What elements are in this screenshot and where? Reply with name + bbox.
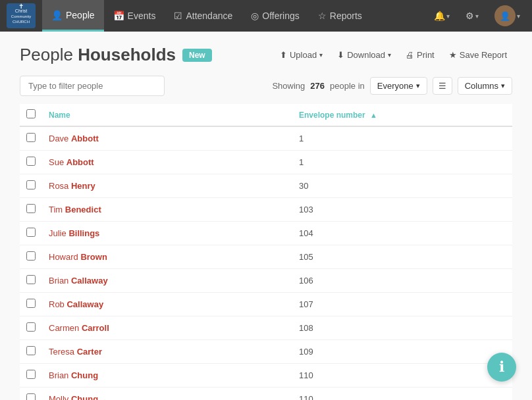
row-checkbox-cell[interactable]: [20, 269, 42, 293]
row-checkbox-cell[interactable]: [20, 222, 42, 245]
chevron-down-icon-2: ▾: [501, 82, 505, 90]
print-button[interactable]: 🖨 Print: [400, 47, 440, 63]
person-last-name: Brown: [80, 252, 107, 262]
nav-item-attendance[interactable]: ☑ Attendance: [165, 0, 242, 32]
info-icon: ℹ: [499, 359, 504, 376]
nav-items: 👤 People 📅 Events ☑ Attendance ◎ Offerin…: [42, 0, 429, 32]
envelope-number-cell: 103: [292, 198, 512, 222]
row-checkbox[interactable]: [26, 180, 36, 189]
nav-item-offerings[interactable]: ◎ Offerings: [242, 0, 309, 32]
person-icon: 👤: [51, 10, 63, 20]
envelope-number-cell: 106: [292, 269, 512, 293]
person-name-cell[interactable]: Rosa Henry: [42, 174, 292, 198]
star-icon: ☆: [318, 11, 327, 21]
row-checkbox-cell[interactable]: [20, 388, 42, 401]
chevron-down-icon: ▾: [416, 82, 420, 90]
row-checkbox-cell[interactable]: [20, 151, 42, 174]
table-row: Rob Callaway 107: [20, 293, 512, 316]
nav-right: 🔔 ▾ ⚙ ▾ 👤 ▾: [429, 3, 525, 29]
person-name-cell[interactable]: Teresa Carter: [42, 340, 292, 364]
person-name-cell[interactable]: Molly Chung: [42, 388, 292, 401]
row-checkbox-cell[interactable]: [20, 293, 42, 316]
select-all-header[interactable]: [20, 104, 42, 126]
row-checkbox-cell[interactable]: [20, 316, 42, 340]
person-name-cell[interactable]: Sue Abbott: [42, 151, 292, 174]
page-actions: ⬆ Upload ▾ ⬇ Download ▾ 🖨 Print ★ Save R…: [275, 47, 512, 63]
person-last-name: Abbott: [71, 134, 99, 143]
col-header-envelope[interactable]: Envelope number ▲: [292, 104, 512, 126]
list-view-button[interactable]: ☰: [433, 77, 452, 95]
row-checkbox-cell[interactable]: [20, 174, 42, 198]
row-checkbox[interactable]: [26, 370, 36, 379]
user-menu-button[interactable]: 👤 ▾: [489, 3, 525, 29]
row-checkbox[interactable]: [26, 228, 36, 237]
row-checkbox-cell[interactable]: [20, 340, 42, 364]
person-first-name: Tim: [49, 205, 63, 214]
person-last-name: Callaway: [66, 299, 103, 309]
person-first-name: Julie: [49, 228, 66, 238]
person-name-cell[interactable]: Brian Chung: [42, 364, 292, 388]
person-last-name: Henry: [71, 181, 95, 191]
person-first-name: Rosa: [49, 181, 68, 191]
envelope-number-cell: 107: [292, 293, 512, 316]
person-name-cell[interactable]: Julie Billings: [42, 222, 292, 245]
row-checkbox[interactable]: [26, 393, 36, 400]
new-badge[interactable]: New: [182, 49, 212, 62]
row-checkbox[interactable]: [26, 251, 36, 261]
person-last-name: Billings: [68, 228, 99, 238]
row-checkbox[interactable]: [26, 275, 36, 284]
download-button[interactable]: ⬇ Download ▾: [332, 47, 396, 63]
table-row: Rosa Henry 30: [20, 174, 512, 198]
row-checkbox[interactable]: [26, 299, 36, 308]
row-checkbox-cell[interactable]: [20, 245, 42, 269]
nav-item-events[interactable]: 📅 Events: [104, 0, 165, 32]
app-logo[interactable]: Christ Community CHURCH ✝: [7, 3, 36, 28]
nav-item-people[interactable]: 👤 People: [42, 0, 104, 32]
nav-item-reports[interactable]: ☆ Reports: [309, 0, 371, 32]
envelope-number-cell: 104: [292, 222, 512, 245]
settings-button[interactable]: ⚙ ▾: [460, 8, 484, 24]
row-checkbox-cell[interactable]: [20, 364, 42, 388]
save-report-star-icon: ★: [449, 50, 457, 60]
select-all-checkbox[interactable]: [26, 109, 36, 118]
person-first-name: Howard: [49, 252, 78, 262]
navbar: Christ Community CHURCH ✝ 👤 People 📅 Eve…: [0, 0, 532, 32]
sort-desc-icon: ▲: [370, 111, 377, 119]
row-checkbox-cell[interactable]: [20, 198, 42, 222]
main-content: People Households New ⬆ Upload ▾ ⬇ Downl…: [0, 32, 532, 400]
row-checkbox[interactable]: [26, 322, 36, 332]
table-row: Molly Chung 110: [20, 388, 512, 401]
row-checkbox-cell[interactable]: [20, 126, 42, 151]
person-first-name: Brian: [49, 276, 68, 286]
person-first-name: Rob: [49, 299, 65, 309]
person-first-name: Brian: [49, 370, 68, 380]
table-row: Teresa Carter 109: [20, 340, 512, 364]
notifications-button[interactable]: 🔔 ▾: [429, 8, 455, 24]
person-name-cell[interactable]: Brian Callaway: [42, 269, 292, 293]
person-last-name: Benedict: [65, 205, 101, 214]
person-name-cell[interactable]: Tim Benedict: [42, 198, 292, 222]
filter-input[interactable]: [20, 76, 165, 96]
gear-icon: ⚙: [466, 11, 474, 21]
info-fab[interactable]: ℹ: [487, 353, 516, 382]
person-name-cell[interactable]: Dave Abbott: [42, 126, 292, 151]
person-last-name: Chung: [71, 370, 98, 380]
group-filter-dropdown[interactable]: Everyone ▾: [370, 77, 427, 95]
table-row: Brian Callaway 106: [20, 269, 512, 293]
envelope-number-cell: 108: [292, 316, 512, 340]
showing-area: Showing 276 people in Everyone ▾ ☰ Colum…: [272, 77, 512, 95]
row-checkbox[interactable]: [26, 346, 36, 355]
person-name-cell[interactable]: Carmen Carroll: [42, 316, 292, 340]
upload-button[interactable]: ⬆ Upload ▾: [275, 47, 328, 63]
columns-button[interactable]: Columns ▾: [458, 77, 512, 95]
person-name-cell[interactable]: Rob Callaway: [42, 293, 292, 316]
envelope-number-cell: 1: [292, 151, 512, 174]
row-checkbox[interactable]: [26, 133, 36, 142]
row-checkbox[interactable]: [26, 204, 36, 213]
person-name-cell[interactable]: Howard Brown: [42, 245, 292, 269]
col-header-name[interactable]: Name: [42, 104, 292, 126]
save-report-button[interactable]: ★ Save Report: [444, 47, 512, 63]
table-header-row: Name Envelope number ▲: [20, 104, 512, 126]
row-checkbox[interactable]: [26, 157, 36, 166]
envelope-number-cell: 30: [292, 174, 512, 198]
